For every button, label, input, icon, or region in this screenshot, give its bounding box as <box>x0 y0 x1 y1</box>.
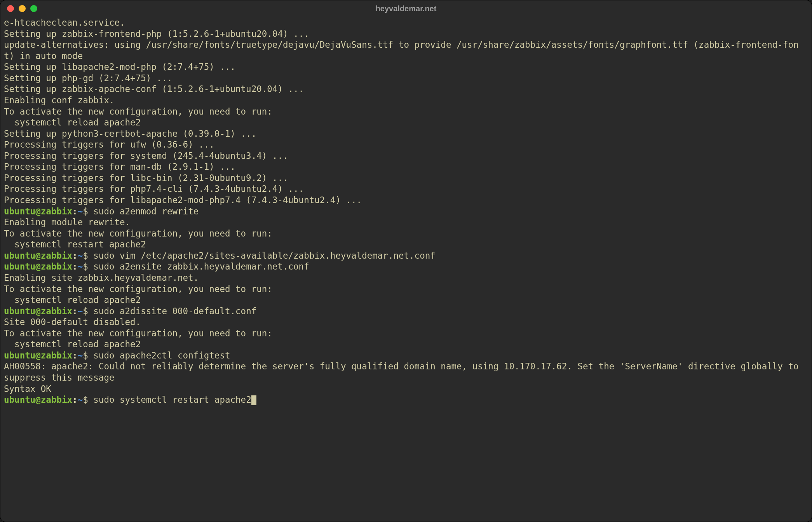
prompt-separator: : <box>72 251 78 261</box>
terminal-output-line: e-htcacheclean.service. <box>4 17 808 28</box>
window-title: heyvaldemar.net <box>0 4 812 13</box>
terminal-output[interactable]: e-htcacheclean.service.Setting up zabbix… <box>0 17 812 522</box>
terminal-output-line: Processing triggers for systemd (245.4-4… <box>4 150 808 162</box>
terminal-output-line: systemctl reload apache2 <box>4 117 808 128</box>
terminal-output-line: systemctl restart apache2 <box>4 239 808 250</box>
prompt-user-host: ubuntu@zabbix <box>4 261 72 271</box>
prompt-path: ~ <box>78 261 83 271</box>
terminal-output-line: To activate the new configuration, you n… <box>4 228 808 239</box>
command-text: sudo a2ensite zabbix.heyvaldemar.net.con… <box>93 261 309 271</box>
terminal-output-line: Processing triggers for ufw (0.36-6) ... <box>4 139 808 150</box>
terminal-output-line: Enabling module rewrite. <box>4 217 808 228</box>
terminal-command-line: ubuntu@zabbix:~$ sudo apache2ctl configt… <box>4 350 808 361</box>
terminal-output-line: Processing triggers for libc-bin (2.31-0… <box>4 172 808 184</box>
command-text: sudo a2enmod rewrite <box>93 206 199 216</box>
minimize-icon[interactable] <box>19 5 26 12</box>
prompt-path: ~ <box>78 206 83 216</box>
terminal-output-line: Setting up zabbix-apache-conf (1:5.2.6-1… <box>4 84 808 95</box>
terminal-command-line: ubuntu@zabbix:~$ sudo vim /etc/apache2/s… <box>4 250 808 261</box>
terminal-output-line: To activate the new configuration, you n… <box>4 106 808 117</box>
traffic-lights <box>7 5 37 12</box>
terminal-command-line: ubuntu@zabbix:~$ sudo a2enmod rewrite <box>4 206 808 217</box>
prompt-user-host: ubuntu@zabbix <box>4 350 72 360</box>
prompt-user-host: ubuntu@zabbix <box>4 206 72 216</box>
terminal-output-line: systemctl reload apache2 <box>4 339 808 350</box>
command-text: sudo apache2ctl configtest <box>93 350 230 360</box>
terminal-output-line: Setting up zabbix-frontend-php (1:5.2.6-… <box>4 28 808 40</box>
prompt-dollar: $ <box>83 251 93 261</box>
terminal-output-line: Setting up php-gd (2:7.4+75) ... <box>4 73 808 84</box>
terminal-output-line: systemctl reload apache2 <box>4 294 808 306</box>
terminal-output-line: To activate the new configuration, you n… <box>4 284 808 295</box>
prompt-path: ~ <box>78 350 83 360</box>
terminal-output-line: To activate the new configuration, you n… <box>4 328 808 339</box>
terminal-command-line: ubuntu@zabbix:~$ sudo a2dissite 000-defa… <box>4 306 808 317</box>
cursor <box>251 395 257 405</box>
terminal-output-line: Processing triggers for libapache2-mod-p… <box>4 195 808 206</box>
terminal-output-line: Enabling conf zabbix. <box>4 95 808 106</box>
prompt-user-host: ubuntu@zabbix <box>4 251 72 261</box>
terminal-output-line: Processing triggers for php7.4-cli (7.4.… <box>4 183 808 195</box>
terminal-command-line: ubuntu@zabbix:~$ sudo systemctl restart … <box>4 394 808 405</box>
command-text: sudo systemctl restart apache2 <box>93 395 251 405</box>
prompt-separator: : <box>72 261 78 271</box>
prompt-user-host: ubuntu@zabbix <box>4 306 72 316</box>
prompt-dollar: $ <box>83 306 93 316</box>
prompt-separator: : <box>72 206 78 216</box>
maximize-icon[interactable] <box>30 5 37 12</box>
terminal-output-line: Site 000-default disabled. <box>4 317 808 328</box>
terminal-output-line: Setting up libapache2-mod-php (2:7.4+75)… <box>4 61 808 73</box>
prompt-separator: : <box>72 350 78 360</box>
terminal-output-line: Syntax OK <box>4 383 808 395</box>
terminal-window: heyvaldemar.net e-htcacheclean.service.S… <box>0 0 812 522</box>
terminal-output-line: update-alternatives: using /usr/share/fo… <box>4 39 808 61</box>
command-text: sudo a2dissite 000-default.conf <box>93 306 256 316</box>
prompt-dollar: $ <box>83 261 93 271</box>
prompt-separator: : <box>72 395 78 405</box>
terminal-output-line: Setting up python3-certbot-apache (0.39.… <box>4 128 808 139</box>
terminal-output-line: Enabling site zabbix.heyvaldemar.net. <box>4 272 808 284</box>
titlebar: heyvaldemar.net <box>0 0 812 17</box>
prompt-user-host: ubuntu@zabbix <box>4 395 72 405</box>
prompt-dollar: $ <box>83 350 93 360</box>
prompt-path: ~ <box>78 395 83 405</box>
prompt-path: ~ <box>78 306 83 316</box>
terminal-output-line: Processing triggers for man-db (2.9.1-1)… <box>4 161 808 172</box>
prompt-dollar: $ <box>83 206 93 216</box>
command-text: sudo vim /etc/apache2/sites-available/za… <box>93 251 436 261</box>
terminal-output-line: AH00558: apache2: Could not reliably det… <box>4 361 808 383</box>
terminal-command-line: ubuntu@zabbix:~$ sudo a2ensite zabbix.he… <box>4 261 808 272</box>
close-icon[interactable] <box>7 5 14 12</box>
prompt-separator: : <box>72 306 78 316</box>
prompt-dollar: $ <box>83 395 93 405</box>
prompt-path: ~ <box>78 251 83 261</box>
